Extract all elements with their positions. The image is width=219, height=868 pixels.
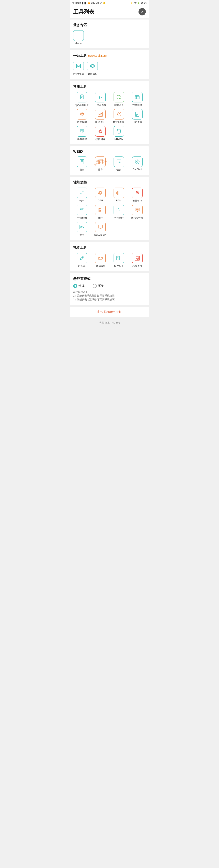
app-info-icon	[77, 92, 87, 102]
tool-weex-info[interactable]: 信息	[110, 156, 127, 172]
svg-rect-144	[136, 259, 137, 260]
status-right: ⚡ 49 🔋 10:16	[131, 2, 147, 4]
svg-rect-38	[80, 130, 84, 131]
tool-demo[interactable]: demo	[73, 30, 84, 45]
time-display: 10:16	[141, 2, 147, 4]
leak-icon	[95, 222, 106, 232]
ui-render-label: UI渲染性能	[131, 216, 143, 220]
log-icon	[132, 109, 143, 120]
platform-link: (www.dokit.cn)	[88, 54, 107, 57]
lag-label: 卡顿检测	[77, 216, 87, 220]
visual-section: 视觉工具 取色器	[70, 242, 149, 271]
language-label: 本地语言	[114, 103, 124, 107]
big-image-icon	[77, 222, 87, 232]
close-button[interactable]: ×	[139, 8, 146, 16]
dbview-icon	[114, 126, 124, 136]
business-title: 业务专区	[73, 23, 146, 27]
tool-color-picker[interactable]: 取色器	[73, 253, 90, 268]
radio-normal[interactable]: 常规	[73, 284, 84, 288]
tool-traffic[interactable]: 流量监控	[129, 188, 146, 203]
version-text: 当前版本：V3.0.0	[70, 319, 149, 327]
weex-cache-label: 缓存	[98, 168, 103, 172]
svg-point-116	[137, 211, 138, 212]
platform-section: 平台工具 (www.dokit.cn) M 数据Mock	[70, 50, 149, 79]
clock-icon: ⏱	[100, 2, 102, 4]
visual-grid: 取色器 对齐标尺	[73, 253, 146, 268]
time-cost-icon	[95, 205, 106, 215]
ram-icon	[114, 188, 124, 198]
tool-h5[interactable]: H5 H5任意门	[92, 109, 109, 124]
tool-cpu[interactable]: CPU	[92, 188, 109, 203]
tool-sandbox[interactable]: 沙盒游览	[129, 92, 146, 107]
tool-ui-render[interactable]: UI渲染性能	[129, 205, 146, 220]
page-header: 工具列表 ×	[70, 6, 149, 18]
tool-layout-border[interactable]: 布局边框	[129, 253, 146, 268]
tool-language[interactable]: 本地语言	[110, 92, 127, 107]
svg-rect-97	[82, 208, 84, 210]
cpu-icon	[95, 188, 106, 198]
status-left: 中国移动 ▌▌▌ 🛜 229 B/s ⏱ 🔔	[72, 1, 106, 4]
ui-render-icon	[132, 205, 143, 215]
tool-crash[interactable]: Crash查看	[110, 109, 127, 124]
tool-location[interactable]: 位置模拟	[73, 109, 90, 124]
ram-label: RAM	[116, 199, 121, 202]
demo-icon	[73, 30, 84, 41]
tool-weex-log[interactable]: 日志	[73, 156, 90, 172]
exit-button[interactable]: 退出 Doraemonkit	[70, 307, 149, 317]
tool-app-info[interactable]: App基本信息	[73, 92, 90, 107]
svg-text:H5: H5	[98, 113, 102, 116]
location-icon	[77, 109, 87, 120]
language-icon	[114, 92, 124, 102]
func-time-label: 函数耗时	[114, 216, 124, 220]
tool-weak-net[interactable]: 模拟弱网	[92, 126, 109, 141]
svg-rect-33	[136, 112, 139, 117]
dbview-label: DBView	[114, 137, 123, 141]
mode-description: 悬浮窗模式： 1）系统代表系统悬浮窗(需要系统权限) 2）常规代表内置浮标(不需…	[73, 290, 146, 302]
tool-big-image[interactable]: 大图	[73, 222, 90, 237]
svg-rect-103	[99, 210, 100, 211]
tool-weex-cache[interactable]: 悟空源码www.Skym.com 缓存	[92, 156, 109, 172]
tool-dev-options[interactable]: {} 开发者选项	[92, 92, 109, 107]
svg-point-32	[119, 115, 119, 116]
tool-fps[interactable]: 帧率	[73, 188, 90, 203]
platform-title: 平台工具 (www.dokit.cn)	[73, 53, 146, 58]
tool-health[interactable]: 健康体检	[87, 61, 98, 76]
svg-line-48	[101, 130, 102, 131]
common-section: 常用工具 App基本信息 {} 开发者选项	[70, 81, 149, 144]
tool-devtool[interactable]: DevTool	[129, 156, 146, 172]
tool-ruler[interactable]: 对齐标尺	[92, 253, 109, 268]
svg-point-5	[92, 65, 94, 67]
radio-group: 常规 系统	[73, 284, 146, 288]
svg-point-27	[81, 113, 82, 115]
tool-ram[interactable]: RAM	[110, 188, 127, 203]
signal-icon: ▌▌▌	[82, 2, 87, 4]
svg-point-65	[137, 161, 138, 162]
location-label: 位置模拟	[77, 121, 87, 124]
tool-widget-check[interactable]: 控件检查	[110, 253, 127, 268]
traffic-icon	[132, 188, 143, 198]
status-bar: 中国移动 ▌▌▌ 🛜 229 B/s ⏱ 🔔 ⚡ 49 🔋 10:16	[70, 0, 149, 6]
tool-func-time[interactable]: 函数耗时	[110, 205, 127, 220]
tool-mock[interactable]: M 数据Mock	[73, 61, 84, 76]
tool-dbview[interactable]: DBView	[110, 126, 127, 141]
weex-grid: 日志 悟空源码www.Skym.com 缓存	[73, 156, 146, 172]
sandbox-icon	[132, 92, 143, 102]
mock-label: 数据Mock	[73, 72, 84, 76]
weex-section: WEEX 日志 悟空源码	[70, 146, 149, 175]
tool-time-cost[interactable]: 耗时	[92, 205, 109, 220]
svg-rect-139	[118, 257, 121, 260]
radio-system-label: 系统	[98, 284, 104, 288]
func-time-icon	[114, 205, 124, 215]
tool-log[interactable]: 日志查看	[129, 109, 146, 124]
leak-label: leakCanary	[94, 233, 106, 236]
tool-lag[interactable]: 卡顿检测	[73, 205, 90, 220]
tool-cache-clear[interactable]: 缓存清理	[73, 126, 90, 141]
mock-icon: M	[73, 61, 84, 71]
radio-normal-label: 常规	[78, 284, 84, 288]
carrier: 中国移动	[72, 1, 81, 4]
svg-rect-143	[136, 257, 139, 258]
tool-leak[interactable]: leakCanary	[92, 222, 109, 237]
radio-system[interactable]: 系统	[93, 284, 104, 288]
bluetooth-icon: ⚡	[131, 2, 133, 4]
lag-icon	[77, 205, 87, 215]
